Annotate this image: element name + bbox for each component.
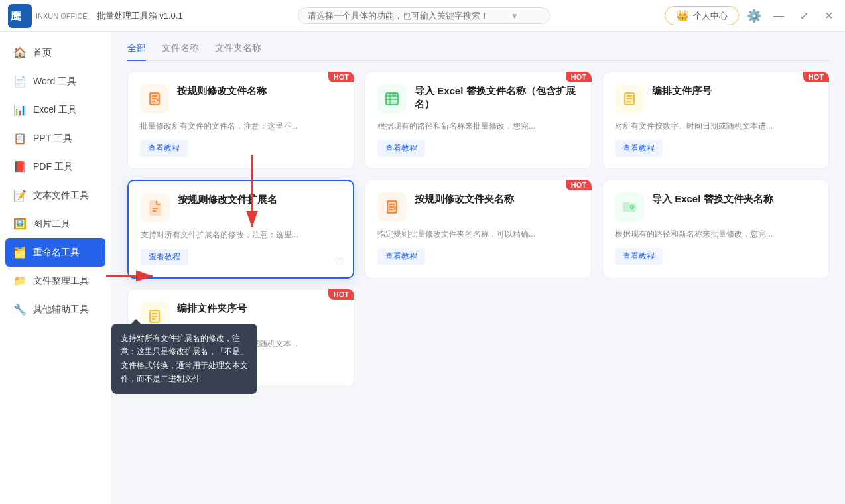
card-title-rename-ext: 按规则修改文件扩展名: [178, 193, 277, 206]
svg-rect-7: [386, 93, 398, 105]
sidebar-item-ppt[interactable]: 📋PPT 工具: [0, 124, 111, 153]
tutorial-button-rename-by-rule[interactable]: 查看教程: [140, 140, 188, 157]
card-desc-rename-folder: 指定规则批量修改文件夹的名称，可以精确...: [377, 228, 579, 240]
card-title-sort-folder-seq: 编排文件夹序号: [177, 302, 247, 315]
card-icon-sort-folder-seq: [140, 302, 169, 331]
main-layout: 🏠首页📄Word 工具📊Excel 工具📋PPT 工具📕PDF 工具📝文本文件工…: [0, 32, 845, 504]
personal-center-label: 个人中心: [693, 10, 728, 22]
sidebar-icon-image: 🖼️: [13, 218, 27, 230]
card-rename-by-rule[interactable]: HOT 按规则修改文件名称 批量修改所有文件的文件名，注意：这里不... 查看教…: [127, 72, 354, 169]
sidebar-icon-pdf: 📕: [13, 160, 27, 173]
content-area: 全部文件名称文件夹名称 HOT 按规则修改文件名称 批量修改所有文件的文件名，注…: [111, 32, 845, 504]
tutorial-button-sort-file-seq[interactable]: 查看教程: [615, 140, 663, 157]
card-header: 按规则修改文件扩展名: [141, 193, 341, 222]
card-icon-rename-folder: [377, 192, 407, 221]
personal-center-button[interactable]: 👑 个人中心: [665, 6, 739, 25]
sidebar-label-excel: Excel 工具: [33, 104, 77, 116]
card-header: 导入 Excel 替换文件名称（包含扩展名）: [377, 84, 579, 113]
close-button[interactable]: ✕: [820, 8, 837, 23]
svg-text:鹰: 鹰: [11, 10, 22, 22]
sidebar-label-text: 文本文件工具: [33, 190, 89, 202]
sidebar-icon-word: 📄: [13, 75, 27, 88]
minimize-button[interactable]: —: [769, 9, 788, 23]
card-title-rename-folder: 按规则修改文件夹名称: [415, 192, 514, 206]
card-header: 编排文件序号: [615, 84, 816, 113]
card-header: 按规则修改文件夹名称: [377, 192, 579, 221]
card-rename-folder[interactable]: HOT 按规则修改文件夹名称 指定规则批量修改文件夹的名称，可以精确... 查看…: [365, 180, 592, 279]
card-sort-file-seq[interactable]: HOT 编排文件序号 对所有文件按数字、时间日期或随机文本进... 查看教程: [602, 72, 829, 169]
tab-foldername[interactable]: 文件夹名称: [215, 42, 261, 60]
sidebar-item-home[interactable]: 🏠首页: [0, 38, 111, 67]
card-rename-ext[interactable]: 按规则修改文件扩展名 支持对所有文件扩展名的修改，注意：这里... 查看教程 ♡: [127, 180, 354, 279]
card-title-sort-file-seq: 编排文件序号: [652, 84, 712, 97]
sidebar-label-home: 首页: [33, 47, 52, 59]
logo-icon: 鹰: [8, 4, 32, 28]
settings-icon[interactable]: ⚙️: [747, 9, 761, 23]
sidebar-item-rename[interactable]: 🗂️重命名工具: [5, 238, 105, 267]
sidebar-label-organize: 文件整理工具: [33, 275, 89, 287]
search-bar[interactable]: ▼: [298, 7, 550, 24]
sidebar-icon-rename: 🗂️: [13, 246, 27, 259]
sidebar-icon-home: 🏠: [13, 46, 27, 59]
card-desc-rename-ext: 支持对所有文件扩展名的修改，注意：这里...: [141, 229, 341, 241]
search-area[interactable]: ▼: [183, 7, 665, 24]
card-desc-rename-by-rule: 批量修改所有文件的文件名，注意：这里不...: [140, 120, 342, 132]
card-title-import-excel-folder: 导入 Excel 替换文件夹名称: [652, 192, 773, 206]
crown-icon: 👑: [676, 9, 689, 22]
tab-all[interactable]: 全部: [127, 42, 146, 61]
hot-badge: HOT: [566, 180, 592, 190]
sidebar-item-other[interactable]: 🔧其他辅助工具: [0, 295, 111, 324]
search-dropdown-icon[interactable]: ▼: [511, 11, 519, 21]
heart-icon[interactable]: ♡: [334, 255, 344, 268]
sidebar-label-rename: 重命名工具: [33, 247, 80, 259]
cards-grid: HOT 按规则修改文件名称 批量修改所有文件的文件名，注意：这里不... 查看教…: [127, 72, 829, 387]
card-title-rename-by-rule: 按规则修改文件名称: [177, 84, 267, 97]
tutorial-button-import-excel-folder[interactable]: 查看教程: [615, 248, 663, 265]
sidebar-item-organize[interactable]: 📁文件整理工具: [0, 267, 111, 295]
sidebar-icon-ppt: 📋: [13, 132, 27, 145]
tabs: 全部文件名称文件夹名称: [127, 42, 829, 61]
sidebar-icon-text: 📝: [13, 189, 27, 202]
hot-badge: HOT: [328, 289, 354, 300]
tutorial-button-rename-folder[interactable]: 查看教程: [377, 248, 425, 265]
sidebar-label-word: Word 工具: [33, 76, 76, 88]
logo-text: INXUN OFFICE: [36, 12, 88, 20]
card-header: 导入 Excel 替换文件夹名称: [615, 192, 816, 221]
card-header: 编排文件夹序号: [140, 302, 342, 331]
titlebar-left: 鹰 INXUN OFFICE 批量处理工具箱 v1.0.1: [8, 4, 183, 28]
app-subtitle: 批量处理工具箱 v1.0.1: [97, 10, 183, 22]
card-header: 按规则修改文件名称: [140, 84, 342, 113]
maximize-button[interactable]: ⤢: [796, 8, 812, 23]
card-desc-import-excel-folder: 根据现有的路径和新名称来批量修改，您完...: [615, 228, 816, 240]
logo-area: 鹰 INXUN OFFICE: [8, 4, 88, 28]
sidebar-label-pdf: PDF 工具: [33, 161, 73, 173]
sidebar-icon-other: 🔧: [13, 303, 27, 316]
tab-filename[interactable]: 文件名称: [162, 42, 199, 60]
card-icon-sort-file-seq: [615, 84, 644, 113]
sidebar-item-word[interactable]: 📄Word 工具: [0, 67, 111, 95]
hot-badge: HOT: [566, 72, 592, 82]
card-desc-sort-file-seq: 对所有文件按数字、时间日期或随机文本进...: [615, 120, 816, 132]
sidebar: 🏠首页📄Word 工具📊Excel 工具📋PPT 工具📕PDF 工具📝文本文件工…: [0, 32, 111, 504]
sidebar-icon-organize: 📁: [13, 275, 27, 287]
hot-badge: HOT: [803, 72, 829, 82]
sidebar-item-text[interactable]: 📝文本文件工具: [0, 181, 111, 210]
card-icon-import-excel-folder: [615, 192, 644, 221]
card-desc-import-excel-rename: 根据现有的路径和新名称来批量修改，您完...: [377, 120, 579, 132]
card-icon-rename-ext: [141, 193, 170, 222]
card-import-excel-folder[interactable]: 导入 Excel 替换文件夹名称 根据现有的路径和新名称来批量修改，您完... …: [602, 180, 829, 279]
sidebar-item-image[interactable]: 🖼️图片工具: [0, 210, 111, 238]
search-input[interactable]: [308, 11, 507, 21]
card-sort-folder-seq[interactable]: HOT 编排文件夹序号 对所有文件夹按数字、时间日期或随机文本... 查看教程: [127, 289, 354, 387]
card-import-excel-rename[interactable]: HOT 导入 Excel 替换文件名称（包含扩展名） 根据现有的路径和新名称来批…: [365, 72, 592, 169]
card-icon-rename-by-rule: [140, 84, 169, 113]
sidebar-item-excel[interactable]: 📊Excel 工具: [0, 95, 111, 124]
sidebar-label-image: 图片工具: [33, 218, 70, 230]
sidebar-item-pdf[interactable]: 📕PDF 工具: [0, 153, 111, 181]
tutorial-button-import-excel-rename[interactable]: 查看教程: [377, 140, 425, 157]
tutorial-button-sort-folder-seq[interactable]: 查看教程: [140, 357, 188, 374]
tutorial-button-rename-ext[interactable]: 查看教程: [141, 249, 188, 265]
card-title-import-excel-rename: 导入 Excel 替换文件名称（包含扩展名）: [415, 84, 579, 110]
sidebar-label-other: 其他辅助工具: [33, 304, 89, 316]
card-desc-sort-folder-seq: 对所有文件夹按数字、时间日期或随机文本...: [140, 338, 342, 349]
